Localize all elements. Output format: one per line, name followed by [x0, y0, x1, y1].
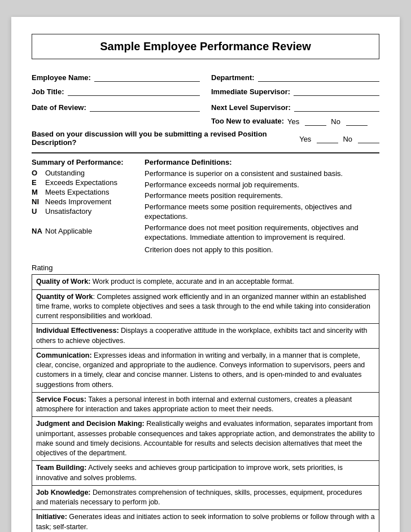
table-row: Job Knowledge: Demonstrates comprehensio…: [32, 485, 379, 510]
yes-label-2: Yes: [299, 135, 311, 143]
rating-cell-6: Team Building: Actively seeks and achiev…: [32, 461, 379, 486]
perf-code-NI: NI: [32, 197, 45, 206]
rating-label: Rating: [32, 263, 379, 272]
table-row: Quantity of Work: Completes assigned wor…: [32, 289, 379, 324]
rating-cell-0: Quality of Work: Work product is complet…: [32, 275, 379, 289]
table-row: Individual Effectiveness: Displays a coo…: [32, 324, 379, 349]
rating-bold-0: Quality of Work:: [36, 278, 90, 285]
perf-right: Performance Definitions: Performance is …: [145, 158, 379, 256]
too-new-group: Too New to evaluate: Yes No: [211, 116, 379, 126]
perf-row-E: E Exceeds Expectations: [32, 178, 145, 187]
department-line[interactable]: [258, 72, 379, 82]
yes-line-2[interactable]: [317, 133, 338, 143]
rating-bold-6: Team Building:: [36, 464, 86, 472]
date-review-group: Date of Review:: [32, 102, 200, 112]
perf-code-U: U: [32, 207, 45, 216]
perf-def-U: Performance does not meet position requi…: [145, 223, 379, 243]
no-line-1[interactable]: [346, 116, 368, 126]
performance-summary-section: Summary of Performance: O Outstanding E …: [32, 158, 379, 256]
table-row: Team Building: Actively seeks and achiev…: [32, 461, 379, 486]
rating-bold-4: Service Focus:: [36, 395, 86, 403]
field-row-1: Employee Name: Department:: [32, 72, 379, 82]
yes-label-1: Yes: [287, 117, 299, 126]
supervisor-group: Immediate Supervisor:: [211, 86, 379, 96]
job-title-label: Job Title:: [32, 87, 64, 96]
employee-name-group: Employee Name:: [32, 72, 200, 82]
too-new-yn: Yes No: [287, 116, 368, 126]
rating-bold-7: Job Knowledge:: [36, 489, 91, 496]
table-row: Quality of Work: Work product is complet…: [32, 275, 379, 289]
perf-name-O: Outstanding: [45, 169, 135, 177]
perf-row-U: U Unsatisfactory: [32, 207, 145, 216]
supervisor-line[interactable]: [294, 86, 379, 96]
rating-cell-7: Job Knowledge: Demonstrates comprehensio…: [32, 485, 379, 510]
table-row: Communication: Expresses ideas and infor…: [32, 348, 379, 392]
no-label-1: No: [331, 117, 340, 126]
rating-cell-8: Initiative: Generates ideas and initiate…: [32, 510, 379, 532]
perf-name-U: Unsatisfactory: [45, 207, 135, 216]
page: Sample Employee Performance Review Emplo…: [11, 17, 400, 532]
next-supervisor-label: Next Level Supervisor:: [211, 103, 291, 112]
position-yn: Yes No: [299, 133, 379, 143]
summary-header: Summary of Performance:: [32, 158, 145, 166]
rating-bold-2: Individual Effectiveness:: [36, 327, 119, 335]
perf-def-header: Performance Definitions:: [145, 158, 379, 166]
rating-bold-1: Quantity of Work: [36, 293, 93, 301]
perf-def-NI: Performance meets some position requirem…: [145, 202, 379, 222]
next-supervisor-group: Next Level Supervisor:: [211, 102, 379, 112]
rating-cell-4: Service Focus: Takes a personal interest…: [32, 392, 379, 417]
too-new-label: Too New to evaluate:: [211, 117, 284, 125]
perf-def-E: Performance exceeds normal job requireme…: [145, 180, 379, 190]
table-row: Service Focus: Takes a personal interest…: [32, 392, 379, 417]
header-fields: Employee Name: Department: Job Title: Im…: [32, 72, 379, 147]
perf-row-NI: NI Needs Improvement: [32, 197, 145, 206]
department-label: Department:: [211, 73, 255, 82]
title-box: Sample Employee Performance Review: [32, 34, 379, 59]
rating-bold-8: Initiative:: [36, 513, 67, 521]
perf-code-O: O: [32, 169, 45, 177]
immediate-supervisor-label: Immediate Supervisor:: [211, 87, 290, 96]
date-review-line[interactable]: [90, 102, 200, 112]
field-row-5: Based on your discussion will you be sub…: [32, 130, 379, 147]
perf-def-NA: Criterion does not apply to this positio…: [145, 245, 379, 255]
page-title: Sample Employee Performance Review: [32, 40, 379, 53]
perf-name-NA: Not Applicable: [45, 227, 135, 235]
rating-table: Quality of Work: Work product is complet…: [32, 274, 379, 532]
perf-left: Summary of Performance: O Outstanding E …: [32, 158, 145, 256]
perf-code-E: E: [32, 178, 45, 187]
rating-cell-1: Quantity of Work: Completes assigned wor…: [32, 289, 379, 324]
perf-row-O: O Outstanding: [32, 169, 145, 177]
table-row: Initiative: Generates ideas and initiate…: [32, 510, 379, 532]
employee-name-label: Employee Name:: [32, 73, 91, 82]
table-row: Judgment and Decision Making: Realistica…: [32, 417, 379, 461]
perf-code-M: M: [32, 188, 45, 196]
field-row-2: Job Title: Immediate Supervisor:: [32, 86, 379, 96]
job-title-group: Job Title:: [32, 86, 200, 96]
date-review-label: Date of Review:: [32, 103, 86, 112]
perf-name-E: Exceeds Expectations: [45, 178, 135, 187]
job-title-line[interactable]: [68, 86, 200, 96]
rating-cell-2: Individual Effectiveness: Displays a coo…: [32, 324, 379, 349]
yes-line-1[interactable]: [305, 116, 326, 126]
perf-code-NA: NA: [32, 227, 45, 235]
employee-name-line[interactable]: [94, 72, 200, 82]
separator: [32, 152, 379, 153]
next-supervisor-line[interactable]: [294, 102, 379, 112]
perf-name-M: Meets Expectations: [45, 188, 135, 196]
perf-def-M: Performance meets position requirements.: [145, 191, 379, 201]
department-group: Department:: [211, 72, 379, 82]
perf-def-O: Performance is superior on a consistent …: [145, 169, 379, 179]
rating-cell-3: Communication: Expresses ideas and infor…: [32, 348, 379, 392]
position-desc-question: Based on your discussion will you be sub…: [32, 130, 292, 147]
field-row-3: Date of Review: Next Level Supervisor:: [32, 102, 379, 112]
rating-bold-5: Judgment and Decision Making:: [36, 420, 145, 428]
no-line-2[interactable]: [358, 133, 379, 143]
perf-name-NI: Needs Improvement: [45, 197, 135, 206]
perf-row-M: M Meets Expectations: [32, 188, 145, 196]
rating-cell-5: Judgment and Decision Making: Realistica…: [32, 417, 379, 461]
rating-bold-3: Communication:: [36, 351, 92, 359]
field-row-4: Too New to evaluate: Yes No: [32, 116, 379, 126]
perf-row-NA: NA Not Applicable: [32, 227, 145, 235]
no-label-2: No: [343, 135, 352, 143]
